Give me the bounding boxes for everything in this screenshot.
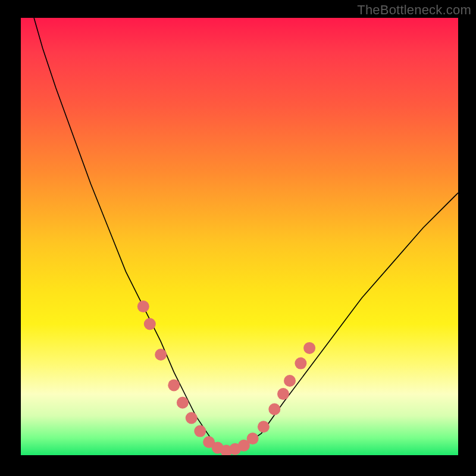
marker-group [137, 300, 315, 455]
data-marker [268, 403, 280, 415]
data-marker [284, 375, 296, 387]
curve-layer [21, 18, 458, 455]
data-marker [303, 342, 315, 354]
data-marker [155, 349, 167, 361]
data-marker [295, 358, 306, 369]
data-marker [194, 425, 206, 437]
plot-area [21, 18, 458, 455]
data-marker [177, 397, 189, 409]
data-marker [168, 379, 180, 391]
watermark-text: TheBottleneck.com [357, 2, 471, 18]
data-marker [137, 300, 149, 312]
data-marker [258, 421, 270, 433]
chart-frame: TheBottleneck.com [0, 0, 476, 476]
data-marker [247, 433, 259, 444]
data-marker [277, 388, 289, 400]
data-marker [144, 318, 156, 330]
data-marker [186, 412, 198, 424]
bottleneck-curve [34, 18, 458, 451]
